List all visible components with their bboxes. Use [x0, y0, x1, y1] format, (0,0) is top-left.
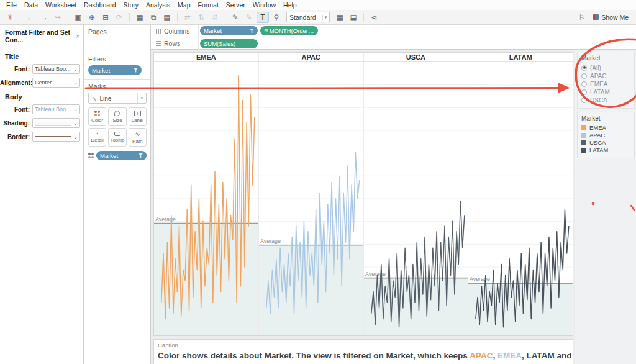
format-panel: Format Filter and Set Con... × Title Fon…: [0, 25, 84, 364]
facet-plot-emea[interactable]: Average: [154, 62, 259, 335]
fix-axes-icon[interactable]: ⚲: [270, 12, 283, 23]
marks-pill-market[interactable]: Market: [96, 151, 147, 160]
facet-header-latam[interactable]: LATAM: [468, 53, 573, 61]
filter-option-latam[interactable]: LATAM: [581, 88, 631, 96]
caption-segment: Color shows details about Market. The vi…: [158, 351, 470, 360]
body-font-select[interactable]: Tableau Boo... ⌄: [32, 104, 80, 114]
facet-header-apac[interactable]: APAC: [259, 53, 364, 61]
menu-item-dashboard[interactable]: Dashboard: [80, 1, 119, 9]
duplicate-icon[interactable]: ⧉: [147, 12, 160, 23]
alignment-select[interactable]: Center ⌄: [32, 78, 80, 88]
legend-item-usca[interactable]: USCA: [581, 139, 631, 146]
tableau-window: FileDataWorksheetDashboardStoryAnalysisM…: [0, 0, 636, 364]
share-icon[interactable]: ⊲: [368, 12, 380, 23]
toolbar-separator: [20, 13, 20, 22]
chevron-down-icon[interactable]: ▾: [322, 15, 327, 20]
radio-button[interactable]: [581, 98, 587, 103]
legend-item-emea[interactable]: EMEA: [581, 124, 631, 131]
menu-item-story[interactable]: Story: [119, 1, 142, 9]
toolbar: ✳←→↪▣⊕⊞⟳▦⧉▤⇄⇅⇵✎✎T⚲ Standard ▾ ▦⬓⊲ ⚐ Show…: [0, 10, 636, 25]
plus-icon: ⊞: [264, 28, 268, 34]
shelf-pill-sum-sales-[interactable]: SUM(Sales): [200, 39, 258, 48]
new-datasource-icon[interactable]: ⊕: [86, 12, 98, 23]
chevron-down-icon: ⌄: [73, 121, 78, 126]
menu-item-format[interactable]: Format: [194, 1, 222, 9]
legend-item-latam[interactable]: LATAM: [581, 147, 631, 153]
color-dots-icon: [88, 153, 94, 158]
border-label: Border:: [0, 134, 32, 140]
radio-button[interactable]: [581, 89, 587, 95]
save-icon[interactable]: ▣: [72, 12, 84, 23]
filter-card-title: Market: [581, 55, 631, 61]
sort-descending-icon[interactable]: ⇵: [209, 12, 221, 23]
svg-text:Average: Average: [470, 276, 490, 282]
legend-swatch-icon: [581, 133, 586, 138]
mark-type-select[interactable]: ∿ Line ▾: [88, 93, 147, 104]
mark-button-detail[interactable]: ∴Detail: [88, 128, 106, 147]
legend-swatch-icon: [581, 125, 586, 130]
clear-sheet-icon[interactable]: ▤: [161, 12, 173, 23]
show-mark-labels-icon[interactable]: T: [257, 12, 269, 23]
facet-plot-latam[interactable]: Average: [468, 62, 573, 335]
radio-button[interactable]: [581, 81, 587, 87]
mark-button-label[interactable]: TLabel: [129, 107, 147, 126]
title-font-select[interactable]: Tableau Boo... ⌄: [32, 64, 80, 74]
menu-item-analysis[interactable]: Analysis: [142, 1, 174, 9]
filter-option-apac[interactable]: APAC: [581, 72, 631, 80]
shading-select[interactable]: ⌄: [32, 118, 80, 128]
mark-button-size[interactable]: Size: [108, 107, 126, 126]
rows-shelf[interactable]: Rows SUM(Sales): [151, 37, 636, 50]
facet-header-usca[interactable]: USCA: [364, 53, 469, 61]
cell-size-icon[interactable]: ▦: [334, 12, 346, 23]
new-worksheet-icon[interactable]: ⊞: [99, 12, 112, 23]
filter-option-all[interactable]: (All): [581, 64, 631, 71]
highlight-icon[interactable]: ✎: [229, 12, 242, 23]
filter-option-emea[interactable]: EMEA: [581, 80, 631, 88]
close-icon[interactable]: ×: [76, 33, 80, 40]
menu-item-file[interactable]: File: [2, 1, 20, 9]
menu-item-server[interactable]: Server: [222, 1, 249, 9]
legend-item-apac[interactable]: APAC: [581, 132, 631, 139]
new-dashboard-icon[interactable]: ▦: [134, 12, 146, 23]
tooltip-toggle-icon[interactable]: ⚐: [576, 12, 588, 23]
chevron-down-icon[interactable]: ▾: [137, 93, 146, 103]
radio-button[interactable]: [581, 73, 587, 79]
format-pen-icon[interactable]: ✎: [243, 12, 255, 23]
border-select[interactable]: ⌄: [32, 132, 80, 142]
toolbar-separator: [129, 13, 130, 22]
rows-label: Rows: [164, 40, 180, 47]
facet-plot-apac[interactable]: Average: [259, 62, 364, 335]
color-dots-icon: [94, 111, 100, 116]
sort-ascending-icon[interactable]: ⇅: [195, 12, 207, 23]
refresh-icon[interactable]: ⟳: [113, 12, 125, 23]
menu-item-map[interactable]: Map: [174, 1, 194, 9]
menu-item-data[interactable]: Data: [20, 1, 42, 9]
radio-button-selected[interactable]: [581, 65, 587, 71]
back-icon[interactable]: ←: [24, 12, 37, 23]
swap-axes-icon[interactable]: ⇄: [181, 12, 194, 23]
undo-icon[interactable]: ↪: [52, 12, 64, 23]
pages-shelf[interactable]: Pages: [84, 25, 150, 52]
fit-mode-select[interactable]: Standard ▾: [286, 12, 330, 22]
filter-option-usca[interactable]: USCA: [581, 96, 631, 104]
forward-icon[interactable]: →: [38, 12, 50, 23]
columns-shelf[interactable]: Columns Market⊞MONTH(Order Date): [151, 25, 636, 37]
shelf-pill-month-order-date-[interactable]: ⊞MONTH(Order Date): [260, 26, 318, 35]
mark-button-color[interactable]: Color: [88, 107, 106, 126]
menu-item-help[interactable]: Help: [279, 1, 301, 9]
menu-item-window[interactable]: Window: [249, 1, 279, 9]
menu-item-worksheet[interactable]: Worksheet: [42, 1, 80, 9]
market-color-legend: Market EMEAAPACUSCALATAM: [577, 112, 635, 158]
facet-header-emea[interactable]: EMEA: [154, 53, 259, 61]
tableau-logo-icon[interactable]: ✳: [4, 12, 16, 23]
filters-shelf[interactable]: Filters Market: [84, 52, 150, 80]
mark-button-tooltip[interactable]: Tooltip: [108, 128, 126, 147]
cards-panel: Pages Filters Market Marks ∿ Line ▾ Colo…: [84, 25, 151, 364]
show-me-button[interactable]: Show Me: [589, 12, 632, 22]
chevron-down-icon: ⌄: [73, 134, 78, 140]
shelf-pill-market[interactable]: Market: [200, 26, 258, 35]
facet-plot-usca[interactable]: Average: [364, 62, 469, 335]
filter-pill-market[interactable]: Market: [88, 65, 142, 75]
presentation-mode-icon[interactable]: ⬓: [347, 12, 360, 23]
mark-button-path[interactable]: ∿Path: [129, 128, 147, 147]
